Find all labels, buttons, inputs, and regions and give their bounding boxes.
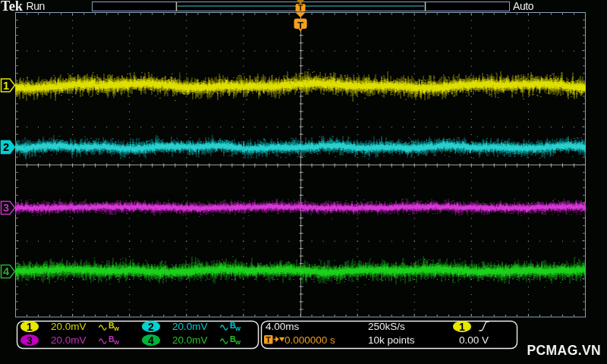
svg-text:0.00 V: 0.00 V <box>459 334 489 346</box>
svg-text:10k points: 10k points <box>368 334 415 346</box>
svg-text:3: 3 <box>3 202 9 214</box>
svg-text:1: 1 <box>27 321 33 333</box>
svg-text:4: 4 <box>148 334 154 347</box>
svg-text:Tek: Tek <box>1 0 24 14</box>
svg-text:20.0mV: 20.0mV <box>51 321 86 332</box>
svg-text:20.0mV: 20.0mV <box>172 321 208 332</box>
svg-text:4.00ms: 4.00ms <box>266 321 300 332</box>
svg-text:2: 2 <box>3 141 9 153</box>
svg-text:Run: Run <box>27 0 45 12</box>
svg-text:T: T <box>266 335 271 344</box>
svg-text:3: 3 <box>27 334 33 347</box>
svg-text:W: W <box>114 325 120 332</box>
svg-text:W: W <box>235 339 241 346</box>
svg-text:T: T <box>297 20 304 31</box>
svg-text:1: 1 <box>459 321 465 333</box>
svg-text:W: W <box>114 339 120 346</box>
svg-text:2: 2 <box>148 321 154 333</box>
svg-text:20.0mV: 20.0mV <box>51 334 86 346</box>
svg-text:0.000000 s: 0.000000 s <box>285 334 335 346</box>
svg-text:PCMAG.VN: PCMAG.VN <box>527 343 602 358</box>
svg-text:T: T <box>298 3 304 12</box>
svg-text:1: 1 <box>3 80 9 92</box>
svg-text:4: 4 <box>3 265 9 278</box>
svg-text:Auto: Auto <box>513 0 534 12</box>
svg-text:20.0mV: 20.0mV <box>172 334 208 346</box>
svg-text:250kS/s: 250kS/s <box>368 321 405 332</box>
svg-text:W: W <box>235 325 241 332</box>
